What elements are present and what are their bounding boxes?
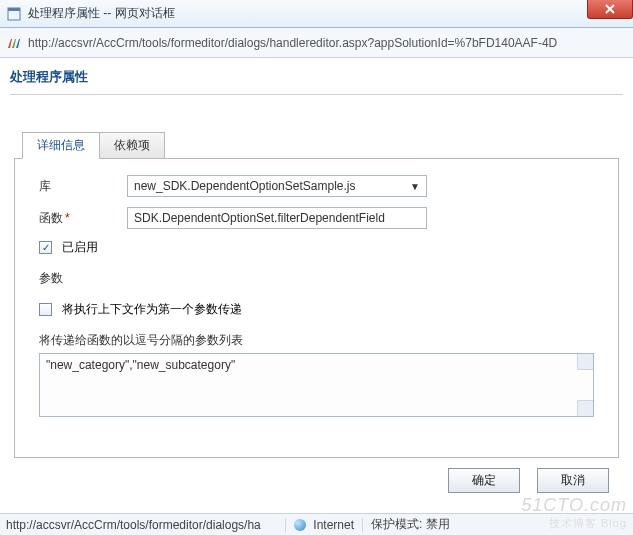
svg-rect-1 — [8, 8, 20, 11]
row-function: 函数* — [39, 207, 594, 229]
tab-dependencies[interactable]: 依赖项 — [99, 132, 165, 159]
close-button[interactable] — [587, 0, 633, 19]
window-title: 处理程序属性 -- 网页对话框 — [28, 5, 175, 22]
row-enabled: ✓ 已启用 — [39, 239, 594, 256]
tab-details[interactable]: 详细信息 — [22, 132, 100, 159]
row-pass-context: 将执行上下文作为第一个参数传递 — [39, 301, 594, 318]
params-desc: 将传递给函数的以逗号分隔的参数列表 — [39, 332, 594, 349]
library-label: 库 — [39, 178, 127, 195]
row-library: 库 new_SDK.DependentOptionSetSample.js ▼ — [39, 175, 594, 197]
scroll-up-button[interactable] — [577, 354, 593, 370]
ok-button[interactable]: 确定 — [448, 468, 520, 493]
status-zone: Internet — [294, 518, 363, 532]
address-url: http://accsvr/AccCrm/tools/formeditor/di… — [28, 36, 627, 50]
pass-context-label: 将执行上下文作为第一个参数传递 — [62, 301, 242, 318]
divider — [10, 94, 623, 95]
scroll-down-button[interactable] — [577, 400, 593, 416]
function-input[interactable] — [127, 207, 427, 229]
status-protected-mode: 保护模式: 禁用 — [371, 516, 458, 533]
library-value: new_SDK.DependentOptionSetSample.js — [134, 179, 355, 193]
details-panel: 库 new_SDK.DependentOptionSetSample.js ▼ … — [14, 158, 619, 458]
window-titlebar: 处理程序属性 -- 网页对话框 — [0, 0, 633, 28]
address-bar: http://accsvr/AccCrm/tools/formeditor/di… — [0, 28, 633, 58]
tab-strip: 详细信息 依赖项 — [22, 131, 623, 158]
status-bar: http://accsvr/AccCrm/tools/formeditor/di… — [0, 513, 633, 535]
crm-icon — [6, 35, 22, 51]
cancel-button[interactable]: 取消 — [537, 468, 609, 493]
status-url: http://accsvr/AccCrm/tools/formeditor/di… — [6, 518, 286, 532]
app-icon — [6, 6, 22, 22]
params-heading: 参数 — [39, 270, 594, 287]
chevron-down-icon: ▼ — [410, 181, 420, 192]
params-textarea[interactable]: "new_category","new_subcategory" — [39, 353, 594, 417]
pass-context-checkbox[interactable] — [39, 303, 52, 316]
params-value: "new_category","new_subcategory" — [46, 358, 235, 372]
dialog-buttons: 确定 取消 — [10, 458, 623, 499]
page-title: 处理程序属性 — [10, 64, 623, 94]
function-label: 函数* — [39, 210, 127, 227]
globe-icon — [294, 519, 306, 531]
library-select[interactable]: new_SDK.DependentOptionSetSample.js ▼ — [127, 175, 427, 197]
enabled-label: 已启用 — [62, 239, 98, 256]
dialog-content: 处理程序属性 详细信息 依赖项 库 new_SDK.DependentOptio… — [0, 58, 633, 499]
enabled-checkbox[interactable]: ✓ — [39, 241, 52, 254]
